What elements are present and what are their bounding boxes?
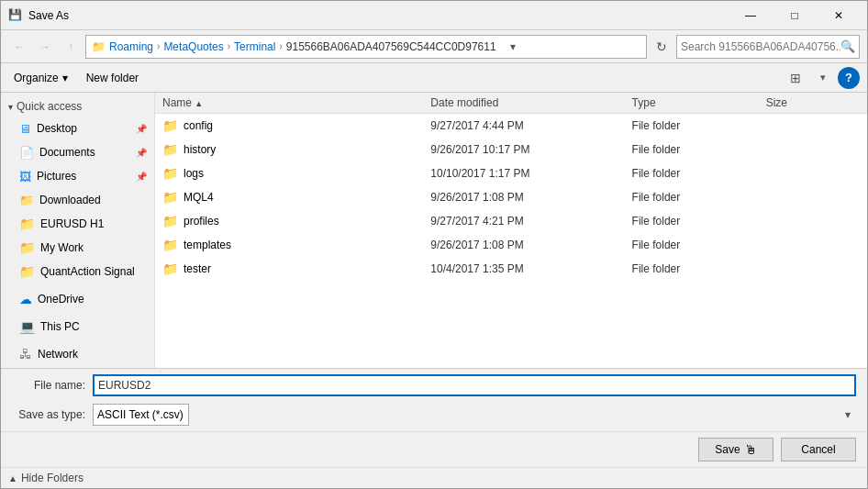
desktop-icon: 🖥 (19, 122, 31, 136)
file-type-cell: File folder (632, 262, 766, 275)
filename-input[interactable] (93, 374, 856, 396)
documents-icon: 📄 (19, 146, 34, 160)
sidebar-item-quantaction[interactable]: 📁 QuantAction Signal (1, 260, 154, 283)
column-date[interactable]: Date modified (430, 96, 631, 109)
file-rows-container: 📁 config 9/27/2017 4:44 PM File folder 📁… (155, 114, 867, 281)
search-box: 🔍 (676, 35, 860, 59)
sidebar-item-network[interactable]: 🖧 Network (1, 342, 154, 366)
folder-icon: 📁 (92, 40, 106, 53)
table-row[interactable]: 📁 MQL4 9/26/2017 1:08 PM File folder (155, 185, 867, 209)
file-list-header: Name ▲ Date modified Type Size (155, 93, 867, 114)
folder-icon: 📁 (162, 261, 178, 276)
onedrive-section: ☁ OneDrive (1, 287, 154, 311)
quick-access-label: Quick access (17, 100, 82, 113)
mywork-icon: 📁 (19, 240, 35, 255)
buttons-row: Save 🖱 Cancel (1, 431, 867, 467)
quantaction-icon: 📁 (19, 264, 35, 279)
file-date-cell: 9/26/2017 10:17 PM (430, 143, 631, 156)
file-name-text: history (184, 143, 216, 156)
file-name-text: logs (184, 167, 204, 180)
sidebar-item-documents[interactable]: 📄 Documents 📌 (1, 140, 154, 164)
file-name-text: tester (184, 262, 211, 275)
address-bar[interactable]: 📁 Roaming › MetaQuotes › Terminal › 9155… (85, 35, 647, 59)
sidebar-item-thispc[interactable]: 💻 This PC (1, 315, 154, 339)
quick-access-header: ▾ Quick access (1, 96, 154, 117)
save-cursor-indicator: 🖱 (744, 442, 757, 457)
close-button[interactable]: ✕ (818, 3, 860, 28)
pin-icon: 📌 (136, 124, 147, 134)
breadcrumb-roaming[interactable]: Roaming (109, 40, 153, 53)
sidebar: ▾ Quick access 🖥 Desktop 📌 📄 Documents 📌… (1, 93, 155, 368)
search-input[interactable] (681, 40, 840, 53)
file-date-cell: 9/26/2017 1:08 PM (430, 191, 631, 204)
file-name-text: templates (184, 239, 231, 251)
column-name[interactable]: Name ▲ (162, 96, 430, 109)
minimize-button[interactable]: — (729, 3, 772, 28)
column-size[interactable]: Size (766, 96, 860, 109)
file-name-cell: 📁 templates (162, 238, 430, 252)
file-name-cell: 📁 logs (162, 166, 430, 181)
table-row[interactable]: 📁 tester 10/4/2017 1:35 PM File folder (155, 257, 867, 281)
savetype-label: Save as type: (12, 408, 85, 421)
table-row[interactable]: 📁 logs 10/10/2017 1:17 PM File folder (155, 161, 867, 185)
sep2: › (228, 41, 230, 51)
sidebar-item-onedrive[interactable]: ☁ OneDrive (1, 287, 154, 311)
back-button[interactable]: ← (8, 36, 30, 58)
folder-icon: 📁 (162, 142, 178, 157)
title-icon: 💾 (8, 8, 23, 23)
thispc-section: 💻 This PC (1, 315, 154, 339)
file-type-cell: File folder (632, 215, 766, 228)
file-date-cell: 9/27/2017 4:21 PM (430, 215, 631, 228)
sidebar-item-eurusd[interactable]: 📁 EURUSD H1 (1, 212, 154, 236)
sidebar-item-downloaded[interactable]: 📁 Downloaded (1, 188, 154, 212)
downloaded-icon: 📁 (19, 194, 34, 207)
file-type-cell: File folder (632, 191, 766, 204)
sidebar-item-label: Pictures (37, 170, 76, 183)
file-name-cell: 📁 profiles (162, 214, 430, 228)
eurusd-icon: 📁 (19, 217, 35, 231)
chevron-down-icon: ▾ (8, 102, 13, 112)
quick-access-section: ▾ Quick access 🖥 Desktop 📌 📄 Documents 📌… (1, 96, 154, 283)
file-name-text: profiles (184, 215, 219, 228)
up-button[interactable]: ↑ (60, 36, 82, 58)
file-name-cell: 📁 config (162, 118, 430, 133)
cancel-button[interactable]: Cancel (781, 438, 856, 461)
table-row[interactable]: 📁 config 9/27/2017 4:44 PM File folder (155, 114, 867, 138)
sidebar-item-label: Network (38, 348, 78, 361)
file-list: Name ▲ Date modified Type Size 📁 config … (155, 93, 867, 368)
save-button[interactable]: Save 🖱 (698, 438, 773, 461)
hide-folders-row[interactable]: ▲ Hide Folders (1, 467, 867, 488)
sidebar-item-mywork[interactable]: 📁 My Work (1, 236, 154, 260)
maximize-button[interactable]: □ (773, 3, 816, 28)
address-dropdown-button[interactable]: ▾ (502, 36, 524, 58)
sidebar-item-pictures[interactable]: 🖼 Pictures 📌 (1, 164, 154, 188)
table-row[interactable]: 📁 profiles 9/27/2017 4:21 PM File folder (155, 209, 867, 233)
help-button[interactable]: ? (838, 67, 860, 89)
breadcrumb-current: 915566BA06ADA407569C544CC0D97611 (286, 40, 496, 53)
thispc-icon: 💻 (19, 319, 35, 334)
table-row[interactable]: 📁 history 9/26/2017 10:17 PM File folder (155, 138, 867, 161)
sidebar-item-label: This PC (40, 320, 80, 333)
hide-folders-label: Hide Folders (21, 472, 83, 484)
table-row[interactable]: 📁 templates 9/26/2017 1:08 PM File folde… (155, 233, 867, 257)
refresh-button[interactable]: ↻ (651, 36, 673, 58)
pin-icon: 📌 (136, 172, 147, 182)
pictures-icon: 🖼 (19, 170, 31, 183)
breadcrumb-metaquotes[interactable]: MetaQuotes (163, 40, 223, 53)
new-folder-button[interactable]: New folder (81, 67, 144, 89)
sidebar-item-desktop[interactable]: 🖥 Desktop 📌 (1, 117, 154, 140)
window-controls: — □ ✕ (729, 3, 860, 28)
file-name-cell: 📁 MQL4 (162, 190, 430, 205)
savetype-wrapper: ASCII Text (*.csv) (93, 404, 856, 426)
organize-button[interactable]: Organize ▾ (8, 67, 73, 89)
onedrive-icon: ☁ (19, 292, 32, 306)
folder-icon: 📁 (162, 214, 178, 228)
breadcrumb-terminal[interactable]: Terminal (234, 40, 275, 53)
view-toggle-button[interactable]: ⊞ (783, 67, 808, 89)
sidebar-item-label: QuantAction Signal (40, 265, 135, 278)
view-dropdown-button[interactable]: ▾ (810, 67, 836, 89)
savetype-select[interactable]: ASCII Text (*.csv) (93, 404, 189, 426)
filename-label: File name: (12, 379, 85, 392)
forward-button[interactable]: → (34, 36, 56, 58)
column-type[interactable]: Type (632, 96, 766, 109)
